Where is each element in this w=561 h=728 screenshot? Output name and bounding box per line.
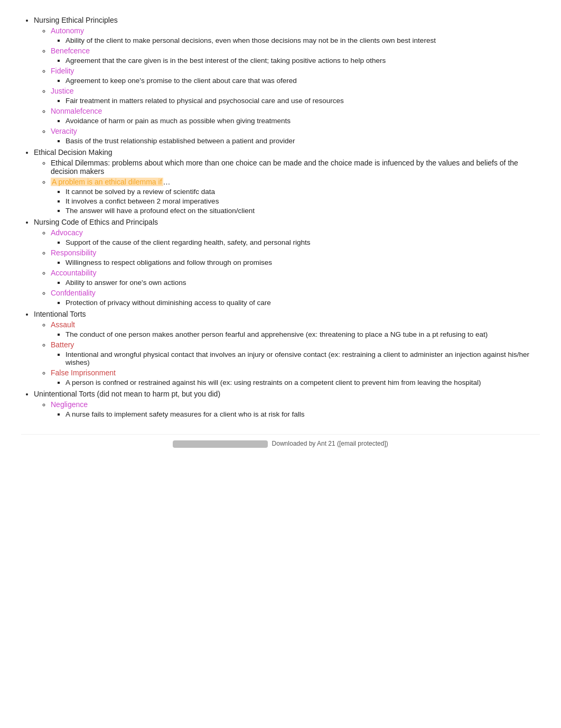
- item-0-4-0: Avoidance of harm or pain as much as pos…: [66, 117, 540, 125]
- section-item-0: Nursing Ethical PrinciplesAutonomyAbilit…: [34, 16, 540, 145]
- items-list-0-2: Agreement to keep one's promise to the c…: [51, 77, 540, 85]
- item-0-5-0: Basis of the trust relationship establis…: [66, 137, 540, 145]
- subsection-item-3-0: AssaultThe conduct of one person makes a…: [51, 320, 540, 338]
- item-4-0-0: A nurse fails to implement safety measur…: [66, 410, 540, 418]
- item-2-1-0: Willingness to respect obligations and f…: [66, 259, 540, 266]
- subheading-3-1: Battery: [51, 340, 74, 349]
- subsection-item-0-3: JusticeFair treatment in matters related…: [51, 87, 540, 105]
- subsection-list-3: AssaultThe conduct of one person makes a…: [34, 320, 540, 386]
- subheading-0-3: Justice: [51, 87, 74, 95]
- section-title-3: Intentional Torts: [34, 310, 86, 318]
- subsection-item-2-2: AccountabilityAbility to answer for one'…: [51, 269, 540, 287]
- items-list-2-2: Ability to answer for one's own actions: [51, 279, 540, 287]
- subheading-0-0: Autonomy: [51, 26, 84, 35]
- item-1-1-0: It cannot be solved by a review of scien…: [66, 188, 540, 196]
- item-1-1-1: It involves a confict between 2 moral im…: [66, 197, 540, 205]
- section-title-4: Unintentional Torts (did not mean to har…: [34, 390, 220, 398]
- section-title-1: Ethical Decision Making: [34, 148, 113, 156]
- footer-text: Downloaded by Ant 21 ([email protected]): [272, 440, 388, 447]
- items-list-2-3: Protection of privacy without diminishin…: [51, 299, 540, 307]
- subsection-item-2-0: AdvocacySupport of the cause of the clie…: [51, 228, 540, 246]
- item-1-1-2: The answer will have a profound efect on…: [66, 207, 540, 215]
- item-0-2-0: Agreement to keep one's promise to the c…: [66, 77, 540, 85]
- items-list-0-5: Basis of the trust relationship establis…: [51, 137, 540, 145]
- subheading-3-0: Assault: [51, 320, 75, 329]
- section-title-0: Nursing Ethical Principles: [34, 16, 118, 24]
- section-item-3: Intentional TortsAssaultThe conduct of o…: [34, 310, 540, 386]
- subheading-2-2: Accountability: [51, 269, 96, 277]
- footer-blur: [173, 440, 268, 448]
- section-title-2: Nursing Code of Ethics and Principals: [34, 218, 158, 226]
- subsection-list-4: NegligenceA nurse fails to implement saf…: [34, 400, 540, 418]
- subsection-item-0-0: AutonomyAbility of the client to make pe…: [51, 26, 540, 44]
- subsection-item-3-1: BatteryIntentional and wrongful physical…: [51, 340, 540, 366]
- item-3-0-0: The conduct of one person makes another …: [66, 330, 540, 338]
- subsection-item-1-1: A problem is an ethical dilemma if…It ca…: [51, 178, 540, 215]
- heading-highlight-1-1: A problem is an ethical dilemma if: [51, 178, 163, 186]
- subheading-0-2: Fidelity: [51, 67, 74, 75]
- items-list-0-0: Ability of the client to make personal d…: [51, 36, 540, 44]
- subheading-0-1: Benefcence: [51, 47, 90, 55]
- subheading-3-2: False Imprisonment: [51, 368, 116, 377]
- main-list: Nursing Ethical PrinciplesAutonomyAbilit…: [21, 16, 540, 418]
- items-list-3-2: A person is confned or restrained agains…: [51, 379, 540, 386]
- subsection-list-2: AdvocacySupport of the cause of the clie…: [34, 228, 540, 307]
- subheading-2-0: Advocacy: [51, 228, 83, 237]
- subsection-item-2-1: ResponsibilityWillingness to respect obl…: [51, 248, 540, 266]
- subheading-4-0: Negligence: [51, 400, 88, 409]
- item-3-2-0: A person is confned or restrained agains…: [66, 379, 540, 386]
- subheading-0-5: Veracity: [51, 127, 77, 135]
- item-0-0-0: Ability of the client to make personal d…: [66, 36, 540, 44]
- items-list-0-1: Agreement that the care given is in the …: [51, 57, 540, 64]
- item-0-1-0: Agreement that the care given is in the …: [66, 57, 540, 64]
- section-item-2: Nursing Code of Ethics and PrincipalsAdv…: [34, 218, 540, 307]
- section-item-4: Unintentional Torts (did not mean to har…: [34, 390, 540, 418]
- items-list-1-1: It cannot be solved by a review of scien…: [51, 188, 540, 215]
- subheading-2-3: Confdentiality: [51, 289, 96, 297]
- footer: Downloaded by Ant 21 ([email protected]): [21, 434, 540, 448]
- subsection-item-0-1: BenefcenceAgreement that the care given …: [51, 47, 540, 64]
- section-item-1: Ethical Decision MakingEthical Dilemmas:…: [34, 148, 540, 215]
- items-list-2-0: Support of the cause of the client regar…: [51, 238, 540, 246]
- subheading-2-1: Responsibility: [51, 248, 96, 257]
- item-0-3-0: Fair treatment in matters related to phy…: [66, 97, 540, 105]
- items-list-3-0: The conduct of one person makes another …: [51, 330, 540, 338]
- subsection-item-0-2: FidelityAgreement to keep one's promise …: [51, 67, 540, 85]
- subsection-item-0-4: NonmalefcenceAvoidance of harm or pain a…: [51, 107, 540, 125]
- heading-suffix-1-1: …: [163, 178, 171, 186]
- item-2-3-0: Protection of privacy without diminishin…: [66, 299, 540, 307]
- subsection-item-3-2: False ImprisonmentA person is confned or…: [51, 368, 540, 386]
- items-list-2-1: Willingness to respect obligations and f…: [51, 259, 540, 266]
- document-container: Nursing Ethical PrinciplesAutonomyAbilit…: [21, 16, 540, 418]
- subsection-item-2-3: ConfdentialityProtection of privacy with…: [51, 289, 540, 307]
- items-list-4-0: A nurse fails to implement safety measur…: [51, 410, 540, 418]
- subsection-list-1: Ethical Dilemmas: problems about which m…: [34, 159, 540, 215]
- item-2-0-0: Support of the cause of the client regar…: [66, 238, 540, 246]
- subsection-list-0: AutonomyAbility of the client to make pe…: [34, 26, 540, 145]
- items-list-0-4: Avoidance of harm or pain as much as pos…: [51, 117, 540, 125]
- subheading-0-4: Nonmalefcence: [51, 107, 102, 115]
- subsection-item-1-0: Ethical Dilemmas: problems about which m…: [51, 159, 540, 176]
- items-list-0-3: Fair treatment in matters related to phy…: [51, 97, 540, 105]
- item-2-2-0: Ability to answer for one's own actions: [66, 279, 540, 287]
- plain-text-1-0: Ethical Dilemmas: problems about which m…: [51, 159, 518, 176]
- item-3-1-0: Intentional and wrongful physical contac…: [66, 351, 540, 366]
- items-list-3-1: Intentional and wrongful physical contac…: [51, 351, 540, 366]
- subsection-item-0-5: VeracityBasis of the trust relationship …: [51, 127, 540, 145]
- subsection-item-4-0: NegligenceA nurse fails to implement saf…: [51, 400, 540, 418]
